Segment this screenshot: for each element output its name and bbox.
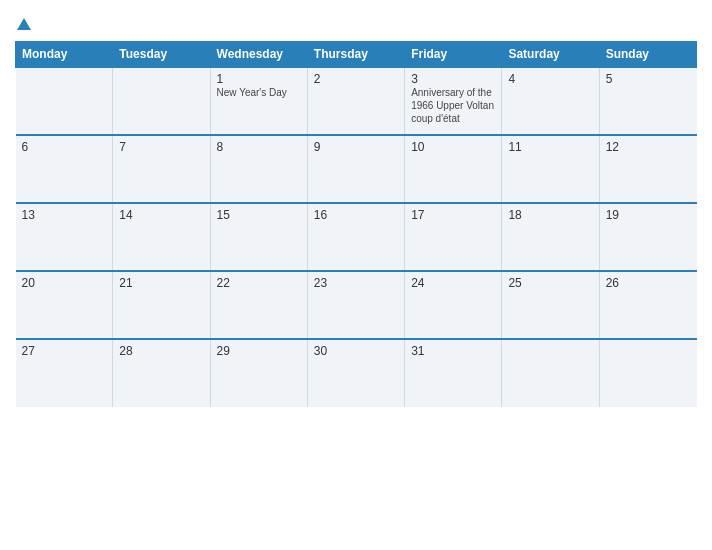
day-cell: 24 <box>405 271 502 339</box>
day-cell: 13 <box>16 203 113 271</box>
weekday-header-sunday: Sunday <box>599 42 696 68</box>
day-cell: 2 <box>307 67 404 135</box>
day-number: 7 <box>119 140 203 154</box>
day-number: 18 <box>508 208 592 222</box>
day-cell: 31 <box>405 339 502 407</box>
logo-triangle-icon <box>17 18 31 30</box>
calendar-table: MondayTuesdayWednesdayThursdayFridaySatu… <box>15 41 697 407</box>
day-cell: 11 <box>502 135 599 203</box>
weekday-header-saturday: Saturday <box>502 42 599 68</box>
day-number: 20 <box>22 276 107 290</box>
day-cell: 9 <box>307 135 404 203</box>
day-number: 30 <box>314 344 398 358</box>
day-cell: 10 <box>405 135 502 203</box>
day-number: 21 <box>119 276 203 290</box>
calendar-thead: MondayTuesdayWednesdayThursdayFridaySatu… <box>16 42 697 68</box>
day-cell: 19 <box>599 203 696 271</box>
week-row-2: 13141516171819 <box>16 203 697 271</box>
day-number: 23 <box>314 276 398 290</box>
day-number: 28 <box>119 344 203 358</box>
day-number: 8 <box>217 140 301 154</box>
day-cell: 23 <box>307 271 404 339</box>
day-number: 4 <box>508 72 592 86</box>
week-row-0: 1New Year's Day23Anniversary of the 1966… <box>16 67 697 135</box>
day-cell: 1New Year's Day <box>210 67 307 135</box>
day-number: 26 <box>606 276 691 290</box>
day-number: 22 <box>217 276 301 290</box>
day-cell: 4 <box>502 67 599 135</box>
weekday-header-tuesday: Tuesday <box>113 42 210 68</box>
day-cell: 15 <box>210 203 307 271</box>
weekday-header-row: MondayTuesdayWednesdayThursdayFridaySatu… <box>16 42 697 68</box>
day-cell: 26 <box>599 271 696 339</box>
day-number: 19 <box>606 208 691 222</box>
day-cell: 21 <box>113 271 210 339</box>
day-number: 17 <box>411 208 495 222</box>
day-number: 16 <box>314 208 398 222</box>
week-row-1: 6789101112 <box>16 135 697 203</box>
logo <box>15 15 31 31</box>
day-cell: 12 <box>599 135 696 203</box>
day-cell <box>599 339 696 407</box>
day-cell: 20 <box>16 271 113 339</box>
day-cell: 5 <box>599 67 696 135</box>
day-number: 13 <box>22 208 107 222</box>
day-cell <box>502 339 599 407</box>
logo-general-text <box>15 15 31 31</box>
day-number: 1 <box>217 72 301 86</box>
day-number: 10 <box>411 140 495 154</box>
day-number: 14 <box>119 208 203 222</box>
day-cell: 29 <box>210 339 307 407</box>
event-text: New Year's Day <box>217 87 287 98</box>
weekday-header-monday: Monday <box>16 42 113 68</box>
day-number: 2 <box>314 72 398 86</box>
day-cell: 18 <box>502 203 599 271</box>
day-cell: 17 <box>405 203 502 271</box>
weekday-header-wednesday: Wednesday <box>210 42 307 68</box>
day-cell: 14 <box>113 203 210 271</box>
day-cell <box>16 67 113 135</box>
day-number: 5 <box>606 72 691 86</box>
day-cell: 6 <box>16 135 113 203</box>
day-number: 3 <box>411 72 495 86</box>
calendar-header <box>15 15 697 31</box>
day-cell: 3Anniversary of the 1966 Upper Voltan co… <box>405 67 502 135</box>
day-cell: 25 <box>502 271 599 339</box>
event-text: Anniversary of the 1966 Upper Voltan cou… <box>411 87 494 124</box>
calendar-tbody: 1New Year's Day23Anniversary of the 1966… <box>16 67 697 407</box>
week-row-3: 20212223242526 <box>16 271 697 339</box>
day-number: 24 <box>411 276 495 290</box>
day-cell: 16 <box>307 203 404 271</box>
day-cell: 30 <box>307 339 404 407</box>
day-number: 12 <box>606 140 691 154</box>
weekday-header-thursday: Thursday <box>307 42 404 68</box>
day-number: 11 <box>508 140 592 154</box>
calendar-container: MondayTuesdayWednesdayThursdayFridaySatu… <box>0 0 712 550</box>
day-number: 31 <box>411 344 495 358</box>
day-cell: 27 <box>16 339 113 407</box>
week-row-4: 2728293031 <box>16 339 697 407</box>
day-number: 15 <box>217 208 301 222</box>
day-cell: 28 <box>113 339 210 407</box>
day-cell: 22 <box>210 271 307 339</box>
day-number: 27 <box>22 344 107 358</box>
day-number: 6 <box>22 140 107 154</box>
day-cell <box>113 67 210 135</box>
day-cell: 7 <box>113 135 210 203</box>
day-number: 29 <box>217 344 301 358</box>
day-cell: 8 <box>210 135 307 203</box>
weekday-header-friday: Friday <box>405 42 502 68</box>
day-number: 25 <box>508 276 592 290</box>
day-number: 9 <box>314 140 398 154</box>
